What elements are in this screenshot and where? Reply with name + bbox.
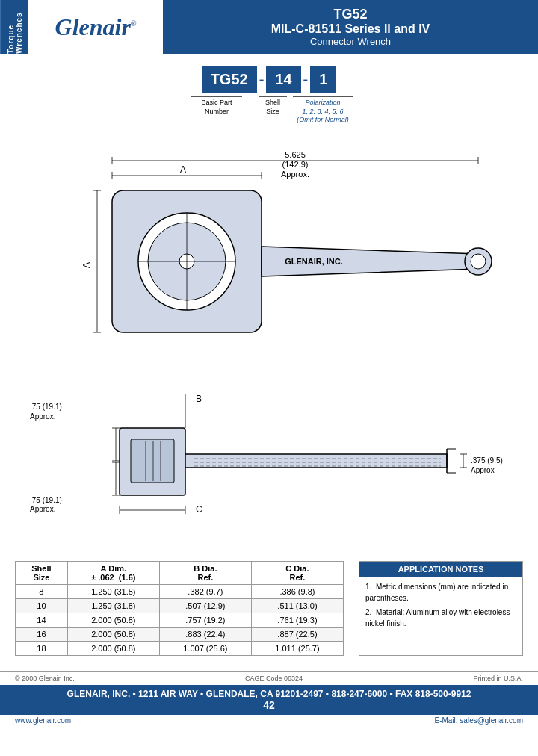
footer-bottom: GLENAIR, INC. • 1211 AIR WAY • GLENDALE,… [0, 685, 538, 715]
col-a: A Dim.± .062 (1.6) [67, 562, 159, 585]
table-section: ShellSize A Dim.± .062 (1.6) B Dia.Ref. … [0, 554, 538, 663]
series-name: MIL-C-81511 Series II and IV [271, 22, 430, 36]
col-b: B Dia.Ref. [159, 562, 251, 585]
table-cell-shell: 16 [16, 628, 68, 642]
svg-text:C: C [196, 504, 202, 515]
cage-code: CAGE Code 06324 [245, 675, 303, 682]
table-cell-c: 1.011 (25.7) [251, 642, 343, 656]
svg-text:5.625: 5.625 [285, 150, 306, 159]
address: GLENAIR, INC. • 1211 AIR WAY • GLENDALE,… [67, 689, 471, 699]
email: E-Mail: sales@glenair.com [434, 716, 523, 725]
svg-text:B: B [196, 394, 202, 404]
col-shell: ShellSize [16, 562, 68, 585]
header-title: TG52 MIL-C-81511 Series II and IV Connec… [163, 0, 538, 54]
website: www.glenair.com [15, 716, 71, 725]
pn-dash-2: - [301, 71, 311, 88]
table-cell-a: 2.000 (50.8) [67, 642, 159, 656]
table-cell-b: 1.007 (25.6) [159, 642, 251, 656]
table-cell-shell: 8 [16, 585, 68, 599]
footer-top: © 2008 Glenair, Inc. CAGE Code 06324 Pri… [0, 671, 538, 685]
svg-text:.375 (9.5): .375 (9.5) [471, 456, 503, 465]
svg-text:A: A [81, 262, 92, 268]
pn-label-polarization: Polarization 1, 2, 3, 4, 5, 6 (Omit for … [293, 96, 353, 125]
pn-labels: Basic Part Number Shell Size Polarizatio… [185, 96, 353, 125]
note-2: 2. Material: Aluminum alloy with electro… [365, 607, 516, 629]
svg-point-18 [471, 254, 486, 269]
table-cell-c: .511 (13.0) [251, 599, 343, 613]
svg-text:Approx: Approx [471, 466, 495, 474]
table-cell-a: 2.000 (50.8) [67, 613, 159, 628]
svg-rect-33 [185, 454, 447, 468]
diagram-svg-side: .75 (19.1) Approx. B .375 (9.5) Approx .… [22, 387, 516, 536]
svg-rect-29 [131, 439, 174, 483]
dimensions-table: ShellSize A Dim.± .062 (1.6) B Dia.Ref. … [15, 561, 344, 656]
diagram-area: A 5.625 (142.9) Approx. GLENAIR, INC. A [0, 131, 538, 546]
footer-www: www.glenair.com E-Mail: sales@glenair.co… [0, 715, 538, 726]
svg-text:GLENAIR, INC.: GLENAIR, INC. [285, 257, 343, 266]
logo-text: Glenair® [55, 13, 137, 41]
svg-text:Approx.: Approx. [30, 412, 55, 421]
table-cell-b: .883 (22.4) [159, 628, 251, 642]
table-row: 162.000 (50.8).883 (22.4).887 (22.5) [16, 628, 344, 642]
page-number: 42 [7, 699, 531, 711]
table-cell-b: .507 (12.9) [159, 599, 251, 613]
copyright: © 2008 Glenair, Inc. [15, 675, 75, 682]
table-row: 182.000 (50.8)1.007 (25.6)1.011 (25.7) [16, 642, 344, 656]
table-cell-c: .887 (22.5) [251, 628, 343, 642]
table-cell-a: 1.250 (31.8) [67, 599, 159, 613]
table-row: 142.000 (50.8).757 (19.2).761 (19.3) [16, 613, 344, 628]
svg-text:.75 (19.1): .75 (19.1) [30, 496, 62, 504]
table-cell-shell: 18 [16, 642, 68, 656]
table-row: 101.250 (31.8).507 (12.9).511 (13.0) [16, 599, 344, 613]
table-cell-b: .757 (19.2) [159, 613, 251, 628]
pn-segment-2: 14 [266, 66, 300, 93]
product-type: Connector Wrench [310, 36, 391, 47]
table-cell-c: .761 (19.3) [251, 613, 343, 628]
table-cell-c: .386 (9.8) [251, 585, 343, 599]
svg-text:.75 (19.1): .75 (19.1) [30, 403, 62, 411]
note-1: 1. Metric dimensions (mm) are indicated … [365, 581, 516, 604]
table-cell-a: 2.000 (50.8) [67, 628, 159, 642]
logo: Glenair® [28, 0, 163, 54]
diagram-svg-top: A 5.625 (142.9) Approx. GLENAIR, INC. A [22, 138, 516, 392]
table-cell-shell: 10 [16, 599, 68, 613]
printed: Printed in U.S.A. [473, 675, 523, 682]
svg-text:Approx.: Approx. [30, 505, 55, 513]
svg-text:Approx.: Approx. [281, 170, 309, 179]
part-number-row: TG52 - 14 - 1 [202, 66, 337, 93]
table-cell-b: .382 (9.7) [159, 585, 251, 599]
pn-label-basic: Basic Part Number [191, 96, 242, 116]
svg-text:A: A [180, 164, 186, 175]
table-cell-a: 1.250 (31.8) [67, 585, 159, 599]
svg-text:(142.9): (142.9) [282, 160, 309, 169]
header: Torque Wrenches Glenair® TG52 MIL-C-8151… [0, 0, 538, 54]
pn-segment-1: TG52 [202, 66, 257, 93]
col-c: C Dia.Ref. [251, 562, 343, 585]
part-number-section: TG52 - 14 - 1 Basic Part Number Shell Si… [0, 54, 538, 131]
app-notes-header: APPLICATION NOTES [359, 562, 522, 577]
application-notes: APPLICATION NOTES 1. Metric dimensions (… [359, 561, 523, 656]
model-number: TG52 [333, 7, 367, 22]
pn-dash-1: - [257, 71, 267, 88]
app-notes-body: 1. Metric dimensions (mm) are indicated … [359, 577, 522, 636]
table-row: 81.250 (31.8).382 (9.7).386 (9.8) [16, 585, 344, 599]
pn-segment-3: 1 [310, 66, 336, 93]
sidebar-label: Torque Wrenches [0, 0, 28, 54]
table-cell-shell: 14 [16, 613, 68, 628]
pn-label-shell: Shell Size [259, 96, 287, 116]
